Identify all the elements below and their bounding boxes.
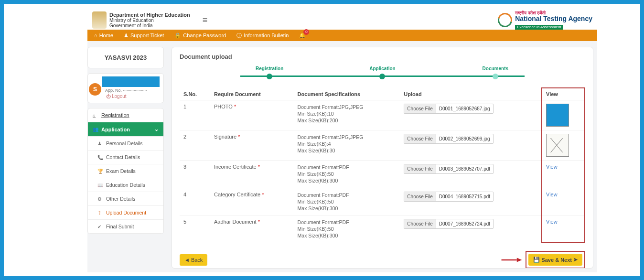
book-icon: 📖 [97, 183, 103, 188]
side-exam-label: Exam Details [106, 168, 136, 174]
nav-ticket-label: Support Ticket [130, 32, 164, 38]
user-name-redacted [102, 76, 160, 87]
back-arrow-icon: ◄ [184, 257, 190, 263]
table-row: 1PHOTO *Document Format:JPG,JPEGMin Size… [180, 100, 585, 130]
choose-file-button[interactable]: Choose File [404, 219, 436, 228]
logout-label: Logout [112, 94, 127, 99]
table-row: 5Aadhar Document *Document Format:PDFMin… [180, 215, 585, 243]
logout-link[interactable]: ⏻Logout [106, 94, 160, 99]
gov-line2: Ministry of Education [109, 18, 190, 23]
cell-spec: Document Format:JPG,JPEGMin Size(KB):10M… [294, 100, 400, 130]
side-exam-details[interactable]: 🏆Exam Details [88, 164, 163, 178]
cell-sno: 5 [180, 215, 210, 243]
cell-upload: Choose FileD0003_1689052707.pdf [400, 161, 542, 188]
signature-thumbnail[interactable] [546, 134, 569, 157]
people-icon: 👥 [93, 127, 98, 132]
choose-file-button[interactable]: Choose File [404, 104, 436, 113]
table-row: 2Signature *Document Format:JPG,JPEGMin … [180, 130, 585, 161]
file-input[interactable]: Choose FileD0003_1689052707.pdf [404, 164, 494, 174]
file-input[interactable]: Choose FileD0002_1689052699.jpg [404, 134, 493, 144]
cell-spec: Document Format:PDFMin Size(KB):50Max Si… [294, 215, 400, 243]
home-small-icon: ⌂ [93, 113, 98, 118]
col-require: Require Document [210, 88, 294, 100]
choose-file-button[interactable]: Choose File [404, 164, 436, 173]
table-row: 3Income Certificate *Document Format:PDF… [180, 161, 585, 188]
side-final-label: Final Submit [106, 224, 134, 229]
step1-label: Registration [256, 66, 283, 71]
emblem-icon [92, 11, 107, 29]
col-upload: Upload [400, 88, 542, 100]
save-label: Save & Next [541, 257, 572, 263]
nta-logo-icon [495, 11, 515, 30]
home-icon: ⌂ [94, 32, 97, 38]
cell-spec: Document Format:JPG,JPEGMin Size(KB):4Ma… [294, 130, 400, 161]
nta-english: National Testing Agency [515, 15, 592, 22]
svg-marker-1 [517, 258, 522, 262]
chevron-right-icon: ➤ [573, 257, 578, 263]
file-name-label: D0003_1689052707.pdf [436, 164, 493, 173]
col-spec: Document Specifications [294, 88, 400, 100]
view-link[interactable]: View [546, 192, 558, 197]
side-final-submit[interactable]: ✔Final Submit [88, 220, 163, 234]
photo-thumbnail[interactable] [546, 104, 569, 127]
side-application-label: Application [101, 127, 130, 132]
file-input[interactable]: Choose FileD0004_1689052715.pdf [404, 192, 494, 202]
file-input[interactable]: Choose FileD0001_1689052687.jpg [404, 104, 493, 114]
cell-require: PHOTO * [210, 100, 294, 130]
cell-view [542, 130, 585, 161]
choose-file-button[interactable]: Choose File [404, 192, 436, 201]
gear-icon: ⚙ [97, 196, 103, 202]
check-icon: ✔ [97, 224, 103, 229]
gov-branding: Department of Higher Education Ministry … [92, 11, 207, 29]
menu-toggle-icon[interactable]: ≡ [203, 15, 208, 25]
nav-change-password[interactable]: 🔒Change Password [174, 32, 226, 39]
file-name-label: D0004_1689052715.pdf [436, 192, 493, 201]
cell-require: Category Certificate * [210, 188, 294, 215]
save-highlight-box: 💾Save & Next➤ [526, 251, 585, 269]
nav-notifications[interactable]: 🔔 0 [299, 32, 306, 39]
side-upload-document[interactable]: ⇪Upload Document [88, 206, 163, 220]
file-name-label: D0002_1689052699.jpg [436, 134, 493, 143]
step2-label: Application [369, 66, 395, 71]
save-next-button[interactable]: 💾Save & Next➤ [528, 254, 582, 266]
side-registration[interactable]: ⌂Registration [88, 108, 163, 122]
cell-sno: 4 [180, 188, 210, 215]
notification-badge: 0 [303, 29, 309, 35]
side-personal-details[interactable]: ♟Personal Details [88, 137, 163, 151]
cell-require: Aadhar Document * [210, 215, 294, 243]
info-icon: ⓘ [236, 32, 242, 39]
cell-upload: Choose FileD0001_1689052687.jpg [400, 100, 542, 130]
stepper: Registration Application Documents [213, 68, 552, 80]
choose-file-button[interactable]: Choose File [404, 134, 436, 143]
back-label: Back [191, 257, 203, 263]
cell-upload: Choose FileD0007_1689052724.pdf [400, 215, 542, 243]
nav-information-bulletin[interactable]: ⓘInformation Bulletin [236, 32, 289, 39]
nav-home-label: Home [99, 32, 113, 38]
person-icon: ♟ [97, 141, 103, 146]
step-application: Application [326, 68, 439, 80]
nav-bar: ⌂Home ♟Support Ticket 🔒Change Password ⓘ… [87, 30, 597, 41]
cell-require: Signature * [210, 130, 294, 161]
back-button[interactable]: ◄Back [180, 254, 207, 266]
user-card: S App. No. ···················· ⏻Logout [87, 73, 164, 103]
side-application[interactable]: 👥Application ⌄ [88, 122, 163, 137]
file-name-label: D0007_1689052724.pdf [436, 219, 493, 228]
step3-label: Documents [483, 66, 508, 71]
nta-tagline: Excellence in Assessment [515, 25, 563, 30]
nav-home[interactable]: ⌂Home [94, 32, 113, 38]
cell-view: View [542, 215, 585, 243]
gov-line1: Department of Higher Education [109, 12, 190, 18]
view-link[interactable]: View [546, 219, 558, 225]
documents-table: S.No. Require Document Document Specific… [180, 87, 585, 243]
side-contact-details[interactable]: 📞Contact Details [88, 151, 163, 164]
view-link[interactable]: View [546, 164, 558, 170]
page-title: Document upload [180, 53, 585, 60]
cell-upload: Choose FileD0002_1689052699.jpg [400, 130, 542, 161]
nav-support-ticket[interactable]: ♟Support Ticket [124, 32, 164, 39]
step-registration: Registration [213, 68, 326, 80]
file-input[interactable]: Choose FileD0007_1689052724.pdf [404, 219, 494, 229]
side-other-details[interactable]: ⚙Other Details [88, 192, 163, 206]
annotation-arrow-icon [501, 256, 523, 264]
cell-spec: Document Format:PDFMin Size(KB):50Max Si… [294, 161, 400, 188]
side-education-details[interactable]: 📖Education Details [88, 178, 163, 192]
